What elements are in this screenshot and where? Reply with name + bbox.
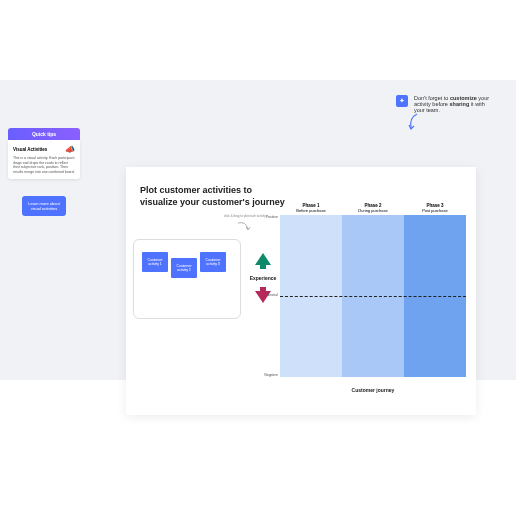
tip-text: Don't forget to customize your activity … <box>414 95 496 113</box>
learn-more-button[interactable]: Learn more about visual activities <box>22 196 66 216</box>
customize-tip: ✦ Don't forget to customize your activit… <box>396 95 496 113</box>
y-tick-negative: Negative <box>264 373 278 377</box>
activity-tile[interactable]: Customer activity 1 <box>142 252 168 272</box>
y-tick-neutral: Neutral <box>267 293 278 297</box>
phase-header: Phase 1Before purchase <box>280 203 342 215</box>
y-tick-positive: Positive <box>266 215 278 219</box>
phase-header: Phase 3Post purchase <box>404 203 466 215</box>
lightbulb-icon: ✦ <box>396 95 408 107</box>
activity-tile[interactable]: Customer activity 3 <box>200 252 226 272</box>
journey-canvas: Plot customer activities to visualize yo… <box>126 167 476 415</box>
phase-headers: Phase 1Before purchase Phase 2During pur… <box>280 203 466 215</box>
quick-tips-card: Quick tips Visual Activities 📣 This is a… <box>8 128 80 179</box>
quick-tips-title: Visual Activities <box>13 147 47 152</box>
activities-card: Customer activity 1 Customer activity 2 … <box>133 239 241 319</box>
arrow-up-icon <box>255 253 271 265</box>
activity-tile[interactable]: Customer activity 2 <box>171 258 197 278</box>
neutral-line <box>280 296 466 297</box>
quick-tips-text: This is a visual activity. Each particip… <box>13 156 75 174</box>
experience-label: Experience <box>248 275 278 281</box>
x-axis-label: Customer journey <box>280 387 466 393</box>
quick-tips-header: Quick tips <box>8 128 80 140</box>
journey-chart[interactable]: Phase 1Before purchase Phase 2During pur… <box>280 203 466 393</box>
quick-tips-body: Visual Activities 📣 This is a visual act… <box>8 140 80 179</box>
tip-arrow-icon <box>405 112 421 132</box>
chart-columns[interactable]: Positive Neutral Negative <box>280 215 466 377</box>
phase-header: Phase 2During purchase <box>342 203 404 215</box>
megaphone-icon: 📣 <box>65 145 75 154</box>
drag-hint: click & drag to plot each activity <box>224 215 266 231</box>
